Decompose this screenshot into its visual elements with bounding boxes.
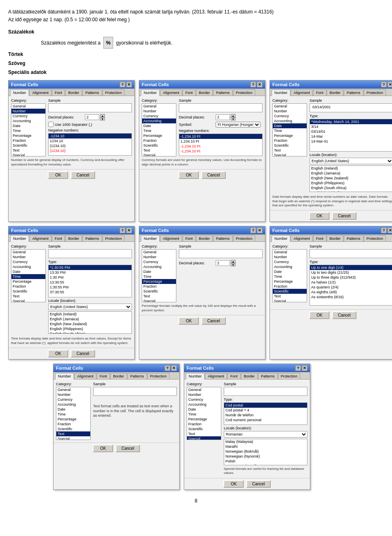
tab-patterns-4[interactable]: Patterns: [82, 235, 102, 241]
cat-date-8[interactable]: Date: [187, 407, 221, 412]
tab-patterns-8[interactable]: Patterns: [258, 373, 278, 379]
cat-percentage-6[interactable]: Percentage: [273, 279, 307, 284]
locale-malay[interactable]: Malay (Malaysia): [224, 439, 307, 444]
close-btn-4[interactable]: ✕: [126, 228, 132, 233]
type-item-6-4[interactable]: As halves (1/2): [310, 280, 392, 285]
cat-general-4[interactable]: General: [11, 250, 45, 255]
tab-protection-8[interactable]: Protection: [278, 373, 301, 379]
cancel-button-8[interactable]: Cancel: [246, 480, 270, 488]
type-list-6[interactable]: Up to one digit (1/4) Up to two digits (…: [310, 265, 392, 306]
cat-date-3[interactable]: Date: [273, 123, 307, 128]
cat-text-2[interactable]: Text: [142, 148, 176, 153]
tab-number-8[interactable]: Number: [186, 373, 205, 380]
locale-ireland-4[interactable]: English (Ireland): [49, 312, 131, 317]
tab-alignment-6[interactable]: Alignment: [291, 235, 313, 241]
help-btn-8[interactable]: ?: [295, 365, 301, 371]
cat-number-8[interactable]: Number: [187, 392, 221, 397]
cat-accounting-4[interactable]: Accounting: [11, 264, 45, 269]
tab-font-2[interactable]: Font: [183, 89, 196, 96]
decimal-input[interactable]: [85, 114, 99, 120]
cat-fraction-4[interactable]: Fraction: [11, 284, 45, 289]
help-btn-5[interactable]: ?: [250, 228, 256, 233]
cat-special-3[interactable]: Special: [273, 153, 307, 156]
type-item-6-1[interactable]: Up to one digit (1/4): [310, 265, 392, 270]
spin-up[interactable]: ▲: [100, 114, 105, 117]
locale-ph[interactable]: English (Philippines): [310, 181, 392, 185]
spin-down[interactable]: ▼: [100, 117, 105, 121]
locale-select-4[interactable]: English (United States): [48, 304, 132, 310]
tab-patterns-2[interactable]: Patterns: [213, 89, 233, 96]
category-listbox-2[interactable]: General Number Currency Accounting Date …: [142, 103, 176, 156]
cat-time-2[interactable]: Time: [142, 128, 176, 133]
tab-border-6[interactable]: Border: [327, 235, 343, 241]
cat-percentage-4[interactable]: Percentage: [11, 279, 45, 284]
neg-item-2-2[interactable]: 1,234.10 Ft: [179, 139, 262, 144]
tab-border-2[interactable]: Border: [196, 89, 213, 96]
cat-date-6[interactable]: Date: [273, 269, 307, 274]
locale-select-3[interactable]: English (United States): [310, 158, 392, 164]
category-listbox-5[interactable]: General Number Currency Accounting Date …: [142, 249, 176, 302]
ok-button-4[interactable]: OK: [48, 350, 68, 357]
tab-number-4[interactable]: Number: [10, 235, 29, 242]
tab-patterns-3[interactable]: Patterns: [344, 89, 363, 96]
cat-scientific-7[interactable]: Scientific: [56, 427, 90, 431]
cat-date-4[interactable]: Date: [11, 269, 45, 274]
tab-border-3[interactable]: Border: [327, 89, 343, 96]
locale-select-8[interactable]: Romanian: [224, 431, 307, 438]
close-btn[interactable]: ✕: [126, 82, 132, 87]
locale-nz-4[interactable]: English (New Zealand): [49, 322, 131, 326]
tab-protection[interactable]: Protection: [102, 89, 125, 96]
cat-fraction-3[interactable]: Fraction: [273, 138, 307, 143]
cat-accounting-8[interactable]: Accounting: [187, 402, 221, 407]
cat-currency-8[interactable]: Currency: [187, 397, 221, 402]
locale-ireland[interactable]: English (Ireland): [310, 166, 392, 171]
type-item-4-5[interactable]: 1:30:55 PM: [49, 285, 131, 290]
cat-accounting-5[interactable]: Accounting: [142, 264, 176, 269]
cat-accounting-7[interactable]: Accounting: [56, 402, 90, 407]
close-btn-3[interactable]: ✕: [388, 82, 392, 87]
tab-font-6[interactable]: Font: [313, 235, 326, 241]
cat-text-8[interactable]: Text: [187, 431, 221, 436]
cat-scientific-4[interactable]: Scientific: [11, 289, 45, 294]
cat-special-7[interactable]: Special: [56, 436, 90, 440]
cat-number-5[interactable]: Number: [142, 255, 176, 259]
cat-text-6[interactable]: Text: [273, 294, 307, 299]
cat-currency-3[interactable]: Currency: [273, 114, 307, 118]
cat-accounting-2[interactable]: Accounting: [142, 118, 176, 123]
cat-currency[interactable]: Currency: [11, 114, 45, 118]
tab-font-4[interactable]: Font: [52, 235, 65, 241]
close-btn-6[interactable]: ✕: [388, 228, 392, 233]
tab-number-5[interactable]: Number: [141, 235, 160, 242]
type-item-4-3[interactable]: 1:30 PM: [49, 275, 131, 280]
locale-tt[interactable]: English (Trinidad): [310, 190, 392, 192]
spin-down-2[interactable]: ▼: [231, 117, 236, 121]
type-item-8-3[interactable]: Număr de telefon: [224, 413, 307, 418]
cat-text-4[interactable]: Text: [11, 294, 45, 299]
cat-text[interactable]: Text: [11, 148, 45, 153]
decimal-input-5[interactable]: [216, 260, 230, 266]
cat-general-3[interactable]: General: [273, 104, 307, 109]
tab-border-7[interactable]: Border: [110, 373, 127, 379]
cat-scientific-5[interactable]: Scientific: [142, 289, 176, 294]
cat-special-8[interactable]: Special: [187, 436, 221, 440]
tab-number-2[interactable]: Number: [141, 89, 160, 96]
cat-general-7[interactable]: General: [56, 387, 90, 392]
cat-fraction-7[interactable]: Fraction: [56, 422, 90, 427]
cat-special-5[interactable]: Special: [142, 299, 176, 302]
cat-time-3[interactable]: Time: [273, 128, 307, 133]
cat-percentage[interactable]: Percentage: [11, 133, 45, 138]
sep-checkbox[interactable]: [48, 122, 53, 127]
tab-patterns-7[interactable]: Patterns: [127, 373, 147, 379]
tab-alignment-2[interactable]: Alignment: [160, 89, 182, 96]
type-item-4-1[interactable]: *1:30:55 PM: [49, 265, 131, 270]
cat-general-8[interactable]: General: [187, 387, 221, 392]
neg-item-2[interactable]: 1234.10: [49, 138, 131, 143]
locale-nz[interactable]: English (New Zealand): [310, 176, 392, 181]
cat-general-6[interactable]: General: [273, 250, 307, 255]
cat-general-5[interactable]: General: [142, 250, 176, 255]
tab-protection-2[interactable]: Protection: [233, 89, 256, 96]
tab-border[interactable]: Border: [65, 89, 82, 96]
cat-fraction[interactable]: Fraction: [11, 138, 45, 143]
cat-time[interactable]: Time: [11, 128, 45, 133]
cat-time-5[interactable]: Time: [142, 274, 176, 279]
